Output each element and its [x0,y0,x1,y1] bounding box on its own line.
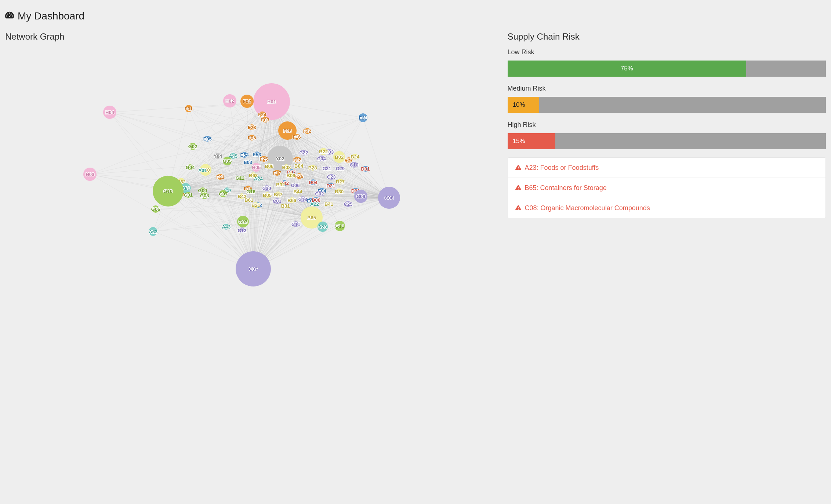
graph-node[interactable]: C01 [274,198,280,204]
graph-node[interactable]: G02 [189,143,196,150]
graph-node[interactable]: F17 [274,170,280,176]
graph-node[interactable]: C02 [316,191,322,197]
graph-node[interactable]: F02 [240,95,254,108]
graph-node[interactable]: B42 [239,193,245,199]
graph-node[interactable]: B04 [297,164,301,168]
graph-node[interactable]: Y04 [215,153,221,159]
graph-node-label: E05 [203,136,212,141]
graph-node[interactable]: A24 [256,176,261,181]
graph-node-label: G01 [184,192,193,197]
graph-node[interactable]: G06 [152,205,159,213]
graph-node[interactable]: B44 [295,189,300,194]
graph-node[interactable]: F25 [261,156,267,162]
graph-node[interactable]: C30 [264,185,270,191]
graph-node[interactable]: C23 [329,174,334,180]
high-risk-item-text: B65: Containers for Storage [525,183,607,193]
graph-node[interactable]: B61 [247,198,251,202]
graph-node[interactable]: C25 [345,201,351,207]
graph-node[interactable]: E54 [242,152,247,158]
graph-node[interactable]: B24 [352,154,358,160]
graph-node[interactable]: B28 [310,165,316,171]
graph-node[interactable]: E05 [204,136,210,142]
graph-node[interactable]: C04 [319,156,324,161]
graph-node[interactable]: B31 [283,204,288,208]
high-risk-item[interactable]: B65: Containers for Storage [508,178,825,198]
graph-node[interactable]: C07 [236,251,271,286]
svg-line-356 [267,188,389,198]
graph-node[interactable]: B22 [320,148,327,155]
graph-node[interactable]: G16 [249,189,253,194]
graph-node-label: C06 [291,182,300,188]
graph-node[interactable]: G12 [238,176,242,180]
graph-node-label: G12 [236,175,245,181]
graph-node[interactable]: D04 [310,179,316,185]
graph-node[interactable]: G11 [335,221,345,231]
graph-node[interactable]: C09 [354,190,367,203]
graph-node[interactable]: C22 [301,150,306,156]
graph-node[interactable]: F42 [304,128,310,134]
graph-node[interactable]: A23 [317,222,328,232]
svg-line-371 [267,195,389,198]
graph-node[interactable]: A22 [312,202,317,206]
graph-node-label: C29 [336,165,345,171]
graph-node[interactable]: B21 [253,202,259,208]
graph-node-label: F21 [216,174,224,180]
graph-node-label: F17 [273,170,281,176]
graph-node[interactable]: A63 [149,227,157,236]
graph-node[interactable]: G01 [185,192,191,198]
graph-node[interactable]: G04 [187,164,193,170]
graph-node[interactable]: F26 [296,173,302,179]
graph-node[interactable]: A01 [200,168,205,172]
graph-node[interactable]: C10 [351,162,357,168]
graph-node[interactable]: C12 [239,227,245,233]
graph-node[interactable]: C08 [378,187,400,209]
graph-node[interactable]: D21 [328,183,334,189]
graph-node[interactable]: B06 [266,163,272,169]
graph-node[interactable]: H03 [83,168,97,181]
graph-node-label: F22 [293,157,301,162]
graph-node[interactable]: B67 [275,191,281,197]
graph-node[interactable]: C21 [325,166,329,171]
graph-node[interactable]: C11 [293,221,299,227]
graph-node[interactable]: G09 [200,187,206,193]
graph-node[interactable]: F05 [249,135,255,140]
graph-node[interactable]: F01 [185,105,192,112]
graph-node[interactable]: F23 [249,124,255,130]
graph-node[interactable]: G03 [237,216,249,227]
graph-node[interactable]: B08 [283,164,289,170]
graph-node[interactable]: F16 [294,134,300,140]
graph-node[interactable]: G07 [219,190,227,197]
high-risk-item[interactable]: C08: Organic Macromolecular Compounds [508,198,825,218]
graph-node[interactable]: E21 [359,113,367,122]
graph-node[interactable]: B09 [288,172,294,178]
graph-node[interactable]: H02 [223,94,236,107]
graph-node[interactable]: C29 [338,166,342,171]
graph-node-label: C12 [237,228,246,233]
graph-node[interactable]: C13 [300,196,306,202]
graph-node[interactable]: C06 [293,183,298,187]
graph-node[interactable]: H04 [103,106,116,119]
graph-node[interactable]: D01 [363,166,369,172]
graph-node-label: D21 [326,183,335,189]
graph-node[interactable]: G10 [153,176,184,207]
graph-node[interactable]: F03 [262,117,268,123]
graph-node[interactable]: B32 [278,182,283,187]
graph-node[interactable]: B27 [337,179,343,185]
graph-node[interactable]: E03 [246,160,250,164]
graph-node[interactable]: F21 [217,174,223,180]
graph-node-label: C11 [291,221,300,227]
graph-node[interactable]: A45 [230,153,236,159]
graph-node[interactable]: A43 [223,224,229,230]
graph-node[interactable]: E53 [254,151,260,157]
graph-node[interactable]: F22 [294,157,300,162]
graph-node-label: A43 [222,224,231,229]
graph-node[interactable]: G05 [223,157,232,165]
graph-node[interactable]: B05 [264,192,270,198]
graph-node[interactable]: B30 [336,189,342,194]
graph-node[interactable]: B66 [289,197,295,203]
high-risk-item[interactable]: A23: Foods or Foodstuffs [508,158,825,178]
graph-node[interactable]: H05 [252,163,261,172]
graph-node[interactable]: B41 [327,202,331,206]
graph-node[interactable]: B02 [333,151,345,163]
network-graph[interactable]: H01H02H04H03H05Y02Y04F02F01F24F03F23F05F… [5,48,499,335]
